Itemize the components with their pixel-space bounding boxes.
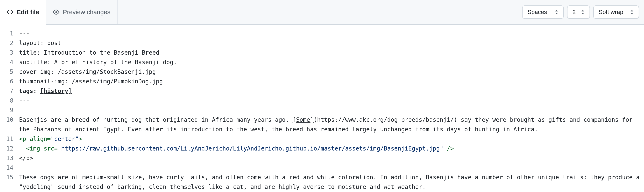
code-content[interactable]: ---layout: posttitle: Introduction to th… xyxy=(19,29,644,192)
line-number: 13 xyxy=(0,153,13,163)
line-number: 5 xyxy=(0,67,13,77)
wrap-mode-value: Soft wrap xyxy=(599,9,623,16)
indent-size-value: 2 xyxy=(572,9,576,16)
line-number: 10 xyxy=(0,115,13,134)
code-line[interactable]: <p align="center"> xyxy=(19,134,640,144)
line-number: 2 xyxy=(0,38,13,48)
code-icon xyxy=(7,9,13,16)
line-number: 1 xyxy=(0,29,13,38)
code-line[interactable]: </p> xyxy=(19,153,640,163)
tab-preview-changes[interactable]: Preview changes xyxy=(46,0,117,24)
code-line[interactable]: cover-img: /assets/img/StockBasenji.jpg xyxy=(19,67,640,77)
caret-sort-icon xyxy=(581,10,584,14)
eye-icon xyxy=(53,9,60,16)
line-number: 3 xyxy=(0,48,13,58)
code-line[interactable]: subtitle: A brief history of the Basenji… xyxy=(19,58,640,67)
indent-mode-value: Spaces xyxy=(528,9,547,16)
editor-settings: Spaces 2 Soft wrap xyxy=(517,0,644,25)
line-number: 14 xyxy=(0,163,13,173)
line-number: 7 xyxy=(0,86,13,96)
code-line[interactable]: --- xyxy=(19,29,640,38)
line-number: 11 xyxy=(0,134,13,144)
code-line[interactable]: <img src="https://raw.githubusercontent.… xyxy=(19,144,640,153)
code-line[interactable] xyxy=(19,106,640,115)
line-number: 8 xyxy=(0,96,13,106)
code-line[interactable]: tags: [history] xyxy=(19,86,640,96)
code-line[interactable]: Basenjis are a breed of hunting dog that… xyxy=(19,115,640,134)
tab-edit-label: Edit file xyxy=(17,9,39,16)
indent-mode-select[interactable]: Spaces xyxy=(522,6,564,19)
code-editor[interactable]: 123456789101112131415 ---layout: posttit… xyxy=(0,25,644,192)
line-number: 12 xyxy=(0,144,13,153)
line-number-gutter: 123456789101112131415 xyxy=(0,29,19,192)
code-line[interactable]: layout: post xyxy=(19,38,640,48)
line-number: 15 xyxy=(0,173,13,192)
line-number: 6 xyxy=(0,77,13,86)
line-number: 4 xyxy=(0,58,13,67)
tab-preview-label: Preview changes xyxy=(63,9,110,16)
indent-size-select[interactable]: 2 xyxy=(567,6,590,19)
code-line[interactable]: thumbnail-img: /assets/img/PumpkinDog.jp… xyxy=(19,77,640,86)
caret-sort-icon xyxy=(630,10,634,14)
line-number: 9 xyxy=(0,106,13,115)
code-line[interactable] xyxy=(19,163,640,173)
code-line[interactable]: title: Introduction to the Basenji Breed xyxy=(19,48,640,58)
wrap-mode-select[interactable]: Soft wrap xyxy=(593,6,639,19)
code-line[interactable]: --- xyxy=(19,96,640,106)
tab-edit-file[interactable]: Edit file xyxy=(0,0,46,25)
caret-sort-icon xyxy=(555,10,558,14)
editor-toolbar: Edit file Preview changes Spaces 2 Soft … xyxy=(0,0,644,25)
code-line[interactable]: These dogs are of medium-small size, hav… xyxy=(19,173,640,192)
